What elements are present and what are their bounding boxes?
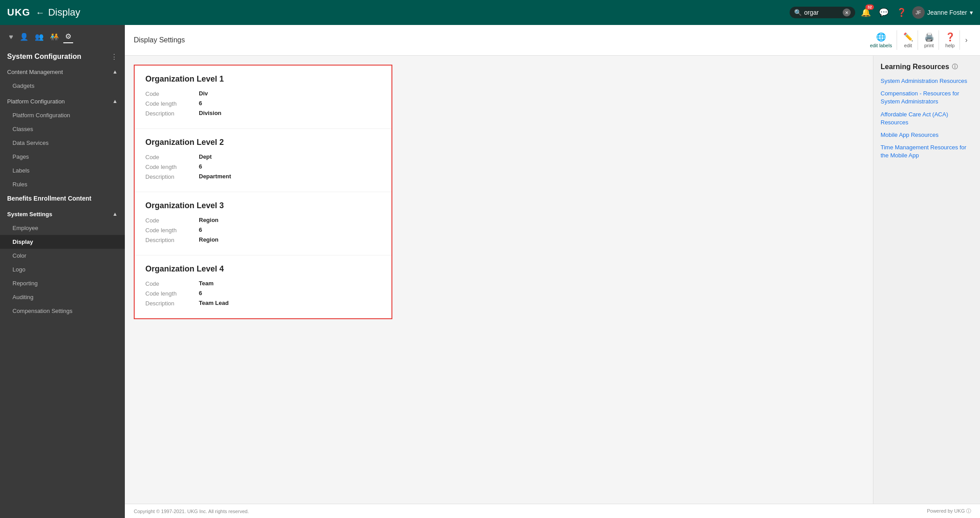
nav-icon-settings[interactable]: ⚙ — [63, 30, 73, 43]
sidebar-item-auditing[interactable]: Auditing — [0, 290, 125, 304]
main-layout: ♥ 👤 👥 🧑‍🤝‍🧑 ⚙ System Configuration ⋮ Con… — [0, 25, 980, 518]
sidebar-item-benefits-enrollment[interactable]: Benefits Enrollment Content — [0, 191, 125, 206]
sidebar-group-header-content-management[interactable]: Content Management ▲ — [0, 65, 125, 79]
content-management-label: Content Management — [7, 69, 63, 75]
system-settings-label: System Settings — [7, 211, 52, 218]
sidebar-more-button[interactable]: ⋮ — [111, 53, 118, 61]
org-level-2-section: Organization Level 2 Code Dept Code leng… — [135, 129, 391, 192]
code-length-label-1: Code length — [145, 100, 199, 107]
logo: UKG — [7, 7, 30, 18]
right-panel: Learning Resources ⓘ System Administrati… — [873, 56, 980, 504]
sidebar-item-gadgets[interactable]: Gadgets — [0, 79, 125, 93]
nav-icon-person[interactable]: 👤 — [18, 31, 30, 43]
right-panel-link-3[interactable]: Mobile App Resources — [881, 131, 973, 139]
edit-labels-label: edit labels — [870, 43, 892, 48]
code-label-1: Code — [145, 90, 199, 97]
org-level-2-desc-value: Department — [199, 173, 231, 180]
right-panel-link-1[interactable]: Compensation - Resources for System Admi… — [881, 90, 973, 106]
org-level-1-code-field: Code Div — [145, 90, 381, 97]
content-toolbar: Display Settings 🌐 edit labels ✏️ edit 🖨… — [125, 25, 980, 56]
sidebar-item-data-services[interactable]: Data Services — [0, 136, 125, 150]
search-clear-button[interactable]: ✕ — [843, 8, 851, 16]
toolbar-more-button[interactable]: › — [962, 34, 971, 46]
sidebar-item-platform-configuration[interactable]: Platform Configuration — [0, 108, 125, 122]
sidebar-item-reporting[interactable]: Reporting — [0, 276, 125, 290]
help-circle-icon: ❓ — [945, 32, 955, 42]
platform-config-label: Platform Configuration — [7, 98, 65, 105]
description-label-1: Description — [145, 110, 199, 117]
user-dropdown-icon: ▾ — [970, 9, 973, 16]
sidebar-group-platform-config: Platform Configuration ▲ Platform Config… — [0, 95, 125, 191]
org-level-1-desc-value: Division — [199, 110, 222, 116]
org-level-3-code-field: Code Region — [145, 217, 381, 224]
sidebar-item-employee[interactable]: Employee — [0, 221, 125, 235]
org-level-1-length-value: 6 — [199, 100, 202, 107]
sidebar-item-labels[interactable]: Labels — [0, 164, 125, 177]
org-level-2-length-value: 6 — [199, 163, 202, 170]
org-level-2-title: Organization Level 2 — [145, 138, 381, 147]
footer-copyright: Copyright © 1997-2021. UKG Inc. All righ… — [134, 509, 249, 514]
sidebar-item-pages[interactable]: Pages — [0, 150, 125, 164]
toolbar-actions: 🌐 edit labels ✏️ edit 🖨️ print ❓ help › — [865, 30, 971, 50]
sidebar-group-system-settings: System Settings ▲ Employee Display Color… — [0, 207, 125, 318]
org-level-2-code-value: Dept — [199, 153, 212, 160]
edit-labels-button[interactable]: 🌐 edit labels — [865, 30, 897, 50]
edit-button[interactable]: ✏️ edit — [899, 30, 918, 50]
org-level-1-section: Organization Level 1 Code Div Code lengt… — [135, 66, 391, 129]
sidebar-item-compensation-settings[interactable]: Compensation Settings — [0, 304, 125, 318]
search-input[interactable] — [804, 9, 840, 16]
org-level-1-length-field: Code length 6 — [145, 100, 381, 107]
org-level-4-title: Organization Level 4 — [145, 264, 381, 274]
org-level-3-length-field: Code length 6 — [145, 226, 381, 234]
nav-icon-person-add[interactable]: 🧑‍🤝‍🧑 — [48, 31, 61, 43]
sidebar-item-classes[interactable]: Classes — [0, 122, 125, 136]
content-management-chevron: ▲ — [112, 69, 118, 75]
sidebar-item-color[interactable]: Color — [0, 249, 125, 263]
sidebar-group-header-platform-config[interactable]: Platform Configuration ▲ — [0, 95, 125, 108]
globe-icon: 🌐 — [876, 32, 886, 42]
help-action-button[interactable]: ❓ help — [941, 30, 960, 50]
org-level-1-desc-field: Description Division — [145, 110, 381, 117]
sidebar-section-title: System Configuration — [7, 52, 81, 62]
nav-icon-heart[interactable]: ♥ — [7, 31, 15, 43]
user-menu-button[interactable]: JF Jeanne Foster ▾ — [912, 6, 973, 19]
help-label: help — [945, 43, 955, 48]
back-button[interactable]: ← — [36, 8, 45, 18]
code-length-label-4: Code length — [145, 290, 199, 297]
org-level-4-section: Organization Level 4 Code Team Code leng… — [135, 255, 391, 318]
org-level-4-desc-field: Description Team Lead — [145, 300, 381, 307]
avatar: JF — [912, 6, 925, 19]
search-container: 🔍 ✕ — [790, 7, 855, 18]
org-level-4-code-value: Team — [199, 280, 214, 287]
sidebar-item-rules[interactable]: Rules — [0, 177, 125, 191]
sidebar-item-display[interactable]: Display — [0, 235, 125, 249]
content-body: Organization Level 1 Code Div Code lengt… — [125, 56, 980, 504]
printer-icon: 🖨️ — [924, 32, 934, 42]
notification-button[interactable]: 🔔 32 — [859, 5, 873, 20]
system-settings-chevron: ▲ — [112, 211, 118, 217]
nav-icon-people[interactable]: 👥 — [33, 31, 45, 43]
sidebar-item-logo[interactable]: Logo — [0, 263, 125, 276]
sidebar-section-header: System Configuration ⋮ — [0, 47, 125, 63]
code-label-3: Code — [145, 217, 199, 224]
help-button[interactable]: ❓ — [894, 5, 909, 20]
org-level-1-code-value: Div — [199, 90, 208, 97]
right-panel-link-2[interactable]: Affordable Care Act (ACA) Resources — [881, 111, 973, 127]
description-label-4: Description — [145, 300, 199, 307]
org-level-3-desc-field: Description Region — [145, 236, 381, 243]
print-button[interactable]: 🖨️ print — [920, 30, 939, 50]
right-panel-title: Learning Resources ⓘ — [881, 63, 973, 71]
code-label-4: Code — [145, 280, 199, 287]
org-levels-box: Organization Level 1 Code Div Code lengt… — [134, 65, 392, 319]
sidebar-nav-icons: ♥ 👤 👥 🧑‍🤝‍🧑 ⚙ — [0, 25, 125, 47]
org-level-4-length-field: Code length 6 — [145, 290, 381, 297]
message-button[interactable]: 💬 — [877, 5, 891, 20]
org-level-3-desc-value: Region — [199, 236, 218, 243]
org-level-2-desc-field: Description Department — [145, 173, 381, 180]
sidebar-group-header-system-settings[interactable]: System Settings ▲ — [0, 207, 125, 221]
right-panel-link-4[interactable]: Time Management Resources for the Mobile… — [881, 144, 973, 160]
page-title: Display Settings — [134, 36, 185, 44]
edit-label: edit — [904, 43, 912, 48]
org-level-4-code-field: Code Team — [145, 280, 381, 287]
right-panel-link-0[interactable]: System Administration Resources — [881, 77, 973, 85]
